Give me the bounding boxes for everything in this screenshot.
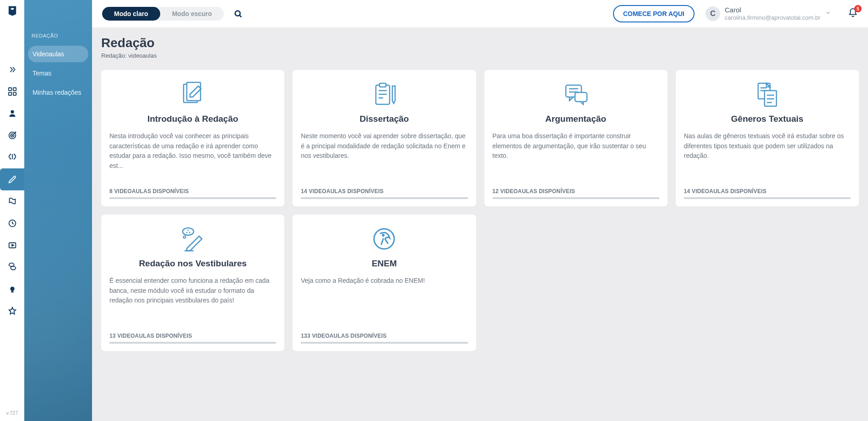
svg-rect-2: [8, 92, 11, 95]
cta-start-button[interactable]: COMECE POR AQUI: [613, 5, 694, 22]
breadcrumb: Redação: videoaulas: [101, 52, 859, 59]
app-logo-icon[interactable]: [6, 5, 19, 17]
nav-star-icon[interactable]: [0, 300, 24, 322]
card-footer: 14 VIDEOAULAS DISPONÍVEIS: [684, 184, 851, 199]
course-card[interactable]: ENEM Veja como a Redação é cobrada no EN…: [293, 215, 476, 351]
course-card[interactable]: Dissertação Neste momento você vai apren…: [293, 70, 476, 206]
sidebar-item-temas[interactable]: Temas: [28, 65, 88, 81]
clipboard-pen-icon: [301, 80, 467, 110]
card-title: Argumentação: [493, 114, 659, 124]
nav-discussion-icon[interactable]: [0, 256, 24, 278]
notifications-button[interactable]: 5: [848, 8, 858, 20]
card-title: Gêneros Textuais: [684, 114, 851, 124]
course-card[interactable]: Redação nos Vestibulares É essencial ent…: [101, 215, 284, 351]
svg-rect-3: [13, 92, 16, 95]
course-card[interactable]: Introdução à Redação Nesta introdução vo…: [101, 70, 284, 206]
nav-video-icon[interactable]: [0, 234, 24, 256]
theme-light-button[interactable]: Modo claro: [102, 7, 160, 21]
nav-expand-icon[interactable]: [0, 59, 24, 81]
card-footer: 133 VIDEOAULAS DISPONÍVEIS: [301, 328, 467, 344]
card-description: Nas aulas de gêneros textuais você irá e…: [684, 131, 851, 184]
svg-rect-0: [8, 88, 11, 91]
card-footer: 12 VIDEOAULAS DISPONÍVEIS: [493, 184, 659, 199]
card-description: Neste momento você vai aprender sobre di…: [301, 131, 467, 184]
card-description: É essencial entender como funciona a red…: [109, 276, 276, 328]
page-title: Redação: [101, 36, 859, 50]
nav-profile-icon[interactable]: [0, 103, 24, 124]
card-description: Nesta introdução você vai conhecer as pr…: [109, 131, 276, 184]
card-title: Introdução à Redação: [109, 114, 276, 124]
card-title: Dissertação: [301, 114, 467, 124]
card-title: ENEM: [301, 259, 467, 269]
section-sidebar: REDAÇÃO Videoaulas Temas Minhas redações: [24, 0, 92, 421]
nav-map-icon[interactable]: [0, 190, 24, 212]
user-menu[interactable]: C Carol carolina.firmino@aprovatotal.com…: [703, 6, 834, 22]
nav-writing-icon[interactable]: [0, 168, 24, 190]
theme-toggle: Modo claro Modo escuro: [102, 7, 224, 21]
sidebar-item-videoaulas[interactable]: Videoaulas: [28, 46, 88, 62]
notification-badge: 5: [854, 5, 862, 12]
user-name: Carol: [725, 6, 820, 14]
card-grid: Introdução à Redação Nesta introdução vo…: [101, 70, 859, 351]
chevron-down-icon: [825, 10, 831, 18]
svg-point-9: [235, 11, 240, 16]
app-version: v.727: [6, 410, 18, 421]
sidebar-header: REDAÇÃO: [28, 33, 88, 46]
chat-icon: [493, 80, 659, 110]
enem-icon: [301, 225, 467, 255]
course-card[interactable]: Argumentação Para uma boa dissertação é …: [484, 70, 667, 206]
user-email: carolina.firmino@aprovatotal.com.br: [725, 14, 820, 22]
theme-dark-button[interactable]: Modo escuro: [160, 7, 224, 21]
card-footer: 13 VIDEOAULAS DISPONÍVEIS: [109, 328, 276, 344]
nav-dashboard-icon[interactable]: [0, 81, 24, 103]
avatar: C: [705, 6, 720, 21]
svg-point-6: [12, 135, 13, 136]
card-description: Para uma boa dissertação é importante co…: [493, 131, 659, 184]
note-pencil-icon: [109, 80, 276, 110]
nav-brain-icon[interactable]: [0, 146, 24, 168]
card-title: Redação nos Vestibulares: [109, 259, 276, 269]
nav-chess-icon[interactable]: [0, 278, 24, 300]
nav-clock-icon[interactable]: [0, 212, 24, 234]
docs-icon: [684, 80, 851, 110]
thought-pen-icon: [109, 225, 276, 255]
svg-rect-1: [13, 88, 16, 91]
nav-target-icon[interactable]: [0, 124, 24, 146]
topbar: Modo claro Modo escuro COMECE POR AQUI C…: [92, 0, 868, 27]
card-description: Veja como a Redação é cobrada no ENEM!: [301, 276, 467, 328]
sidebar-item-minhas-redacoes[interactable]: Minhas redações: [28, 84, 88, 101]
card-footer: 8 VIDEOAULAS DISPONÍVEIS: [109, 184, 276, 199]
card-footer: 14 VIDEOAULAS DISPONÍVEIS: [301, 184, 467, 199]
icon-rail: v.727: [0, 0, 24, 421]
course-card[interactable]: Gêneros Textuais Nas aulas de gêneros te…: [676, 70, 859, 206]
search-icon[interactable]: [232, 8, 244, 20]
content-area: Redação Redação: videoaulas Introdução à…: [92, 27, 868, 421]
